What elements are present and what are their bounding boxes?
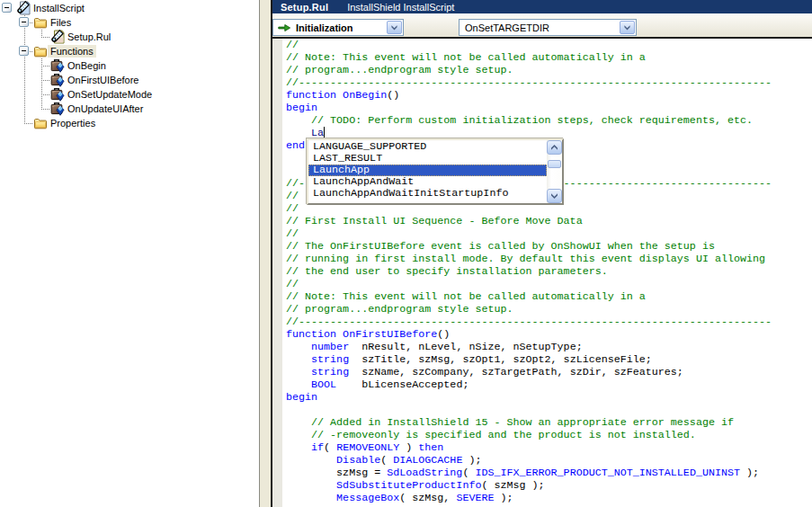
function-icon xyxy=(50,58,65,73)
editor-title-bar: Setup.Rul InstallShield InstallScript xyxy=(272,0,812,13)
tree-item-onbegin[interactable]: OnBegin xyxy=(0,58,259,73)
code-editor[interactable]: //// Note: This event will not be called… xyxy=(272,39,812,507)
tree-item-properties[interactable]: Properties xyxy=(0,116,259,130)
code-line: function OnBegin() xyxy=(286,89,772,102)
editor-toolbar: Initialization OnSetTARGETDIR xyxy=(272,13,812,39)
code-line: // program...endprogram style setup. xyxy=(286,303,772,316)
tree-item-label: Functions xyxy=(48,45,96,58)
code-line: // the end user to specify installation … xyxy=(286,265,772,278)
code-line: // xyxy=(286,278,772,290)
code-line: // TODO: Perform custom initialization s… xyxy=(286,114,772,127)
script-explorer-tree: InstallScriptFilesSetup.RulFunctionsOnBe… xyxy=(0,0,259,507)
tree-item-label: OnSetUpdateMode xyxy=(65,88,155,101)
tree-item-label: OnBegin xyxy=(65,59,109,72)
code-line: Disable( DIALOGCACHE ); xyxy=(286,454,772,467)
script-editor-pane: Setup.Rul InstallShield InstallScript In… xyxy=(272,0,812,507)
event-handler-dropdown-button[interactable] xyxy=(620,21,635,34)
autocomplete-scrollbar[interactable] xyxy=(547,140,562,203)
code-line: if( REMOVEONLY ) then xyxy=(286,441,772,454)
code-line: function OnFirstUIBefore() xyxy=(286,328,772,341)
editor-selection-margin xyxy=(272,39,282,507)
code-line: SdSubstituteProductInfo( szMsg ); xyxy=(286,479,772,492)
scrollbar-thumb[interactable] xyxy=(548,160,561,168)
script-olive-icon xyxy=(50,30,65,44)
tree-item-functions[interactable]: Functions xyxy=(0,44,259,58)
code-line: // Note: This event will not be called a… xyxy=(286,290,772,303)
code-line: begin xyxy=(286,102,772,114)
code-line xyxy=(286,404,772,416)
folder-icon xyxy=(33,15,48,30)
code-line: string szTitle, szMsg, szOpt1, szOpt2, s… xyxy=(286,353,772,366)
code-line: // Added in InstallShield 15 - Show an a… xyxy=(286,416,772,429)
tree-item-label: InstallScript xyxy=(31,2,87,14)
scroll-up-button[interactable] xyxy=(547,140,562,155)
event-category-combobox[interactable]: Initialization xyxy=(272,19,404,36)
tree-item-onfirstuibefore[interactable]: OnFirstUIBefore xyxy=(0,73,259,87)
tree-expander-minus[interactable] xyxy=(19,17,29,27)
code-line: // running in first install mode. By def… xyxy=(286,253,772,265)
event-handler-value: OnSetTARGETDIR xyxy=(465,22,549,33)
folder-icon xyxy=(33,44,48,58)
code-line: number nResult, nLevel, nSize, nSetupTyp… xyxy=(286,341,772,353)
installshield-window: InstallScriptFilesSetup.RulFunctionsOnBe… xyxy=(0,0,812,507)
code-line: La xyxy=(286,127,772,139)
tree-item-label: Setup.Rul xyxy=(65,31,113,43)
code-line: // Note: This event will not be called a… xyxy=(286,51,772,64)
code-line: begin xyxy=(286,391,772,404)
function-icon xyxy=(50,87,65,102)
folder-icon xyxy=(33,116,48,130)
tree-expander-minus[interactable] xyxy=(19,46,29,56)
code-line: // First Install UI Sequence - Before Mo… xyxy=(286,215,772,227)
function-icon xyxy=(50,102,65,116)
autocomplete-item[interactable]: LaunchAppAndWaitInitStartupInfo xyxy=(308,188,547,200)
code-line: // The OnFirstUIBefore event is called b… xyxy=(286,240,772,253)
text-caret xyxy=(324,127,325,138)
code-line: string szName, szCompany, szTargetPath, … xyxy=(286,366,772,378)
code-line: // xyxy=(286,227,772,240)
tree-item-onupdateuiafter[interactable]: OnUpdateUIAfter xyxy=(0,102,259,116)
tree-item-label: OnUpdateUIAfter xyxy=(65,102,146,115)
tree-item-onsetupdatemode[interactable]: OnSetUpdateMode xyxy=(0,87,259,102)
code-line: // xyxy=(286,39,772,51)
product-name: InstallShield InstallScript xyxy=(347,2,454,13)
file-name: Setup.Rul xyxy=(281,2,328,13)
event-category-value: Initialization xyxy=(296,22,353,33)
scroll-down-button[interactable] xyxy=(547,189,562,203)
code-line: szMsg = SdLoadString( IDS_IFX_ERROR_PROD… xyxy=(286,467,772,479)
code-line: //--------------------------------------… xyxy=(286,316,772,328)
code-line: // -removeonly is specified and the prod… xyxy=(286,429,772,441)
event-category-dropdown-button[interactable] xyxy=(387,21,402,34)
code-line: BOOL bLicenseAccepted; xyxy=(286,378,772,391)
event-handler-combobox[interactable]: OnSetTARGETDIR xyxy=(459,19,637,36)
green-arrow-icon xyxy=(277,21,291,35)
tree-item-label: OnFirstUIBefore xyxy=(65,74,141,86)
function-icon xyxy=(50,73,65,87)
panel-splitter[interactable] xyxy=(259,0,272,507)
autocomplete-popup: LANGUAGE_SUPPORTEDLAST_RESULTLaunchAppLa… xyxy=(307,138,564,205)
tree-item-label: Properties xyxy=(48,117,98,129)
code-line: // program...endprogram style setup. xyxy=(286,64,772,76)
tree-expander-minus[interactable] xyxy=(2,3,12,13)
tree-item-installscript[interactable]: InstallScript xyxy=(0,1,259,15)
tree-item-label: Files xyxy=(48,16,74,29)
code-line: MessageBox( szMsg, SEVERE ); xyxy=(286,492,772,504)
tree-item-setup-rul[interactable]: Setup.Rul xyxy=(0,30,259,44)
tree-item-files[interactable]: Files xyxy=(0,15,259,30)
script-blue-icon xyxy=(16,1,31,15)
code-line: //--------------------------------------… xyxy=(286,76,772,89)
